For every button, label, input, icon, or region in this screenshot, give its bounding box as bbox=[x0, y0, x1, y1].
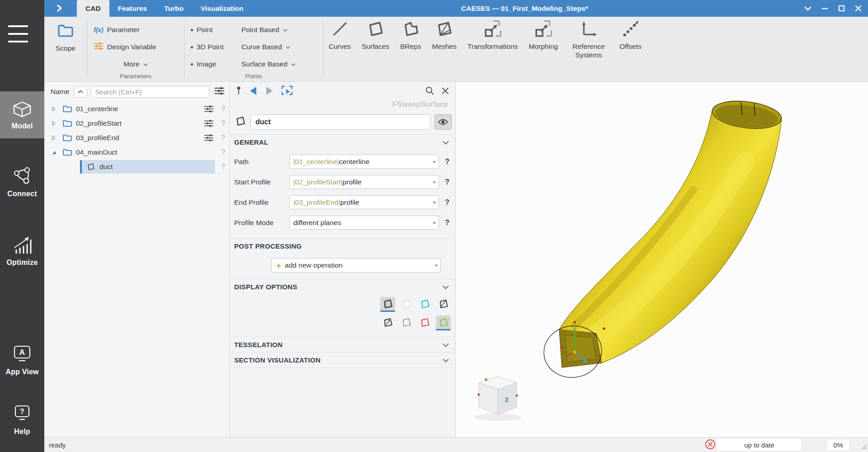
folder-icon bbox=[62, 105, 72, 113]
sidebar-item-app-view[interactable]: A App View bbox=[0, 344, 44, 376]
minimize-icon[interactable] bbox=[821, 5, 828, 12]
sidebar-item-label: Help bbox=[0, 428, 44, 436]
section-tesselation[interactable]: TESSELATION bbox=[230, 337, 455, 352]
transformations-button[interactable]: Transformations bbox=[462, 17, 523, 81]
object-name-input[interactable] bbox=[250, 114, 431, 130]
sliders-icon[interactable] bbox=[204, 134, 214, 142]
chevron-down-icon[interactable] bbox=[804, 6, 811, 11]
surfaces-button[interactable]: Surfaces bbox=[356, 17, 395, 81]
help-mark[interactable]: ? bbox=[439, 178, 455, 186]
tab-features[interactable]: Features bbox=[109, 0, 156, 17]
tree-item-04-mainDuct[interactable]: 04_mainDuct ? bbox=[44, 145, 229, 160]
field-profile-mode: Profile Mode different planes ? bbox=[230, 212, 455, 233]
hamburger-menu-icon[interactable] bbox=[8, 25, 28, 43]
path-combo[interactable]: |01_centerline|centerline bbox=[289, 155, 439, 169]
display-surface-normals-button[interactable] bbox=[380, 315, 395, 330]
sort-ascending-button[interactable] bbox=[74, 86, 87, 98]
filter-sliders-icon[interactable] bbox=[213, 86, 226, 97]
help-mark[interactable]: ? bbox=[217, 163, 229, 171]
sidebar-item-connect[interactable]: Connect bbox=[0, 166, 44, 198]
parameter-menu-item[interactable]: f(x) Parameter bbox=[94, 21, 178, 38]
tree-item-03-profileEnd[interactable]: 03_profileEnd ? bbox=[44, 131, 229, 145]
meshes-button[interactable]: Meshes bbox=[427, 17, 462, 81]
back-icon[interactable] bbox=[249, 86, 258, 96]
breps-button[interactable]: BReps bbox=[395, 17, 427, 81]
ribbon-expand-icon[interactable] bbox=[56, 4, 62, 14]
help-mark[interactable]: ? bbox=[439, 219, 455, 227]
help-mark[interactable]: ? bbox=[439, 158, 455, 166]
sliders-icon[interactable] bbox=[204, 119, 214, 127]
curves-button[interactable]: Curves bbox=[323, 17, 356, 81]
display-surface-wireframe-cyan-button[interactable] bbox=[417, 297, 432, 312]
section-post-processing[interactable]: POST PROCESSING bbox=[230, 238, 455, 254]
help-mark[interactable]: ? bbox=[217, 148, 229, 156]
display-surface-thin-button[interactable] bbox=[399, 315, 414, 330]
design-variable-menu-item[interactable]: Design Variable bbox=[94, 38, 178, 56]
visibility-toggle[interactable] bbox=[434, 114, 452, 130]
viewport-3d[interactable]: z bbox=[456, 82, 868, 437]
view-cube[interactable]: z bbox=[474, 377, 521, 421]
sidebar-item-optimize[interactable]: Optimize bbox=[0, 235, 44, 267]
dropdown-arrow-icon[interactable] bbox=[430, 155, 439, 168]
display-surface-green-button[interactable] bbox=[436, 315, 451, 330]
forward-icon[interactable] bbox=[265, 86, 274, 96]
tree-item-duct[interactable]: duct ? bbox=[44, 160, 229, 174]
point-based-menu-item[interactable]: Point Based bbox=[241, 21, 296, 38]
resize-grip[interactable] bbox=[859, 442, 867, 451]
maximize-icon[interactable] bbox=[838, 5, 845, 12]
start-profile-combo[interactable]: |02_profileStart|profile bbox=[289, 175, 439, 189]
morphing-button[interactable]: Morphing bbox=[524, 17, 564, 81]
chevron-down-icon bbox=[443, 138, 449, 146]
tree-item-02-profileStart[interactable]: 02_profileStart ? bbox=[44, 116, 229, 131]
plus-icon: + bbox=[276, 261, 281, 270]
help-mark[interactable]: ? bbox=[217, 105, 229, 113]
section-section-visualization[interactable]: SECTION VISUALIZATION bbox=[230, 352, 455, 367]
scope-button[interactable]: Scope bbox=[44, 19, 87, 52]
mesh-icon bbox=[435, 19, 454, 40]
surface-based-menu-item[interactable]: Surface Based bbox=[241, 56, 296, 73]
sliders-icon[interactable] bbox=[204, 105, 214, 113]
tab-visualization[interactable]: Visualization bbox=[192, 0, 252, 17]
dropdown-arrow-icon[interactable] bbox=[430, 175, 439, 188]
reference-systems-button[interactable]: Reference Systems bbox=[563, 17, 614, 81]
point-menu-item[interactable]: Point bbox=[191, 21, 241, 38]
help-mark[interactable]: ? bbox=[217, 134, 229, 142]
section-display-options[interactable]: DISPLAY OPTIONS bbox=[230, 279, 455, 294]
tab-cad[interactable]: CAD bbox=[77, 0, 109, 17]
image-menu-item[interactable]: Image bbox=[191, 56, 241, 73]
abort-icon[interactable] bbox=[705, 439, 716, 451]
search-icon[interactable] bbox=[425, 86, 434, 96]
end-profile-combo[interactable]: |03_profileEnd|profile bbox=[289, 195, 439, 209]
tab-turbo[interactable]: Turbo bbox=[156, 0, 192, 17]
close-icon[interactable] bbox=[855, 5, 862, 12]
display-surface-diagonal-button[interactable] bbox=[436, 297, 451, 312]
search-input[interactable] bbox=[91, 86, 209, 98]
dropdown-arrow-icon[interactable] bbox=[432, 259, 440, 272]
expander-collapsed-icon[interactable] bbox=[51, 106, 57, 112]
expander-collapsed-icon[interactable] bbox=[51, 121, 57, 126]
dropdown-arrow-icon[interactable] bbox=[430, 216, 439, 229]
brep-icon bbox=[401, 19, 420, 40]
tree-item-01-centerline[interactable]: 01_centerline ? bbox=[44, 102, 229, 116]
profile-mode-combo[interactable]: different planes bbox=[289, 216, 439, 230]
section-general[interactable]: GENERAL bbox=[230, 134, 455, 150]
offsets-button[interactable]: Offsets bbox=[614, 17, 647, 81]
sidebar-item-help[interactable]: ? Help bbox=[0, 404, 44, 436]
sidebar-item-model[interactable]: Model bbox=[0, 91, 44, 138]
tree-name-column-header[interactable]: Name bbox=[51, 88, 69, 96]
add-new-operation-combo[interactable]: + add new operation bbox=[271, 258, 441, 273]
display-surface-white-button[interactable] bbox=[399, 297, 414, 312]
close-icon[interactable] bbox=[442, 87, 449, 94]
display-surface-red-button[interactable] bbox=[417, 315, 432, 330]
pick-in-3d-icon[interactable] bbox=[281, 85, 293, 96]
expander-expanded-icon[interactable] bbox=[51, 150, 57, 155]
help-mark[interactable]: ? bbox=[217, 119, 229, 127]
more-menu-item[interactable]: More bbox=[94, 56, 178, 73]
display-surface-solid-button[interactable] bbox=[380, 297, 395, 312]
dropdown-arrow-icon[interactable] bbox=[430, 196, 439, 209]
pin-icon[interactable] bbox=[236, 86, 241, 96]
3d-point-menu-item[interactable]: 3D Point bbox=[191, 38, 241, 56]
curve-based-menu-item[interactable]: Curve Based bbox=[241, 38, 296, 56]
help-mark[interactable]: ? bbox=[439, 198, 455, 207]
expander-collapsed-icon[interactable] bbox=[51, 135, 57, 141]
